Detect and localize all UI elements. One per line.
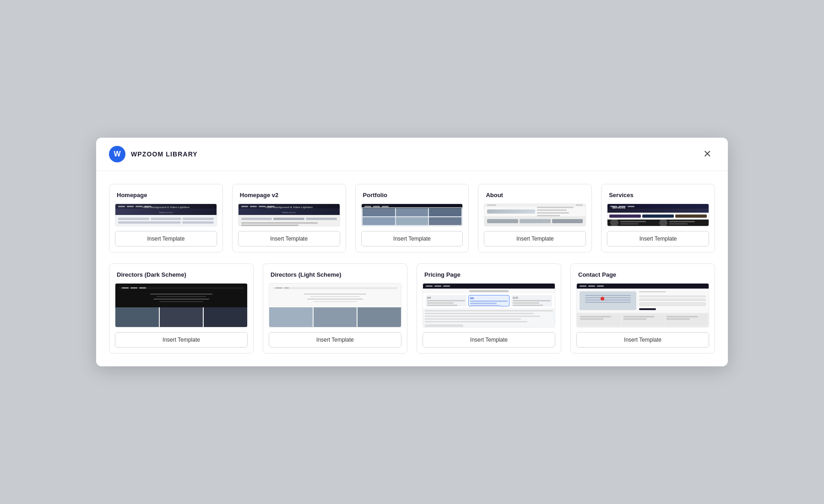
template-card-services: Services Services (601, 184, 715, 252)
template-card-header: Homepage v2 (233, 184, 346, 204)
template-title-homepage: Homepage (117, 192, 147, 198)
template-card-contact: Contact Page (570, 263, 715, 354)
template-title-homepage-v2: Homepage v2 (240, 192, 279, 198)
template-card-header: Contact Page (571, 264, 715, 283)
template-preview-portfolio (361, 204, 463, 226)
modal-body: Homepage Video Background & Video Lightb… (96, 171, 728, 366)
template-title-portfolio: Portfolio (363, 192, 387, 198)
template-title-directors-light: Directors (Light Scheme) (271, 271, 342, 278)
template-preview-homepage-v2: Video Background & Video Lightbox Subtit… (238, 204, 340, 226)
template-title-contact: Contact Page (578, 271, 616, 278)
template-card-header: Directors (Dark Scheme) (109, 264, 253, 283)
insert-template-homepage-v2[interactable]: Insert Template (238, 231, 340, 247)
template-preview-pricing: $49 $99 (423, 283, 555, 327)
template-preview-directors-light (269, 283, 401, 327)
modal-header: W WPZOOM LIBRARY ✕ (96, 138, 728, 171)
insert-template-homepage[interactable]: Insert Template (115, 231, 217, 247)
insert-template-about[interactable]: Insert Template (484, 231, 586, 247)
modal-backdrop: W WPZOOM LIBRARY ✕ Homepage (0, 0, 824, 504)
template-card-homepage: Homepage Video Background & Video Lightb… (109, 184, 223, 252)
template-preview-about (484, 204, 586, 226)
template-card-header: Portfolio (356, 184, 469, 204)
insert-template-services[interactable]: Insert Template (607, 231, 709, 247)
insert-template-pricing[interactable]: Insert Template (423, 332, 555, 348)
template-card-header: Services (602, 184, 715, 204)
modal-header-left: W WPZOOM LIBRARY (109, 146, 198, 162)
template-grid-row1: Homepage Video Background & Video Lightb… (109, 184, 715, 252)
close-button[interactable]: ✕ (699, 147, 715, 161)
insert-template-directors-dark[interactable]: Insert Template (115, 332, 248, 348)
modal-title: WPZOOM LIBRARY (131, 150, 198, 158)
template-grid-row2: Directors (Dark Scheme) (109, 263, 715, 354)
template-preview-contact (576, 283, 709, 327)
template-title-directors-dark: Directors (Dark Scheme) (117, 271, 186, 278)
template-preview-homepage: Video Background & Video Lightbox Subtit… (115, 204, 217, 226)
wpzoom-library-modal: W WPZOOM LIBRARY ✕ Homepage (96, 138, 728, 366)
template-card-header: Homepage (109, 184, 222, 204)
template-card-pricing: Pricing Page $49 (417, 263, 561, 354)
template-card-homepage-v2: Homepage v2 Video Background & Video Lig… (232, 184, 346, 252)
template-title-pricing: Pricing Page (424, 271, 461, 278)
template-card-header: Directors (Light Scheme) (263, 264, 407, 283)
template-preview-services: Services (607, 204, 709, 226)
template-card-about: About (478, 184, 592, 252)
template-card-header: About (478, 184, 591, 204)
template-title-services: Services (609, 192, 634, 198)
template-card-header: Pricing Page (417, 264, 561, 283)
template-preview-directors-dark (115, 283, 248, 327)
wpzoom-logo: W (109, 146, 125, 162)
insert-template-portfolio[interactable]: Insert Template (361, 231, 463, 247)
template-title-about: About (486, 192, 503, 198)
insert-template-contact[interactable]: Insert Template (576, 332, 709, 348)
insert-template-directors-light[interactable]: Insert Template (269, 332, 401, 348)
template-card-directors-light: Directors (Light Scheme) (263, 263, 407, 354)
template-card-directors-dark: Directors (Dark Scheme) (109, 263, 254, 354)
template-card-portfolio: Portfolio (355, 184, 469, 252)
